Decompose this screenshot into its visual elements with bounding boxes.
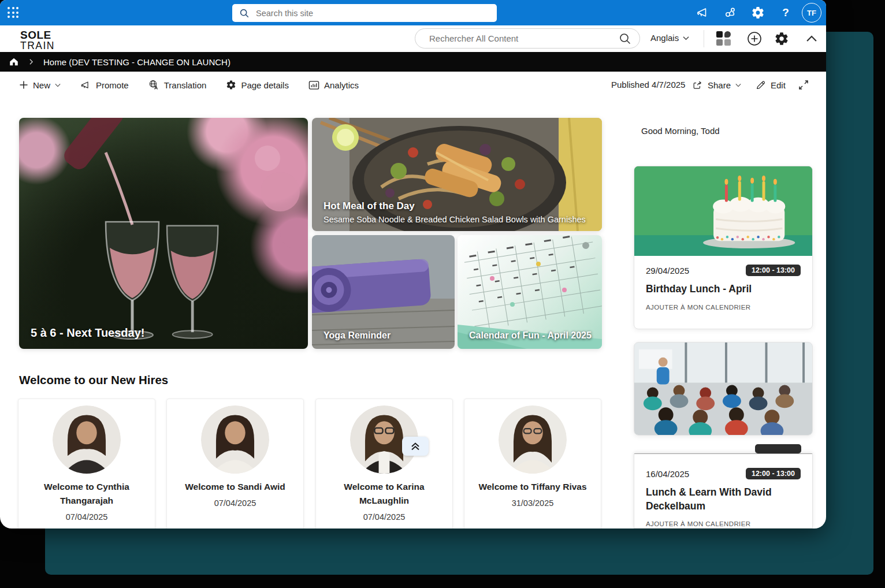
new-hire-name: Welcome to Tiffany Rivas	[464, 480, 601, 494]
new-hire-name: Welcome to Sandi Awid	[167, 480, 303, 494]
translation-label: Translation	[164, 80, 207, 90]
published-status: Published 4/7/2025	[611, 80, 685, 90]
translate-icon	[148, 80, 159, 91]
event-image	[634, 166, 812, 256]
add-to-calendar-link[interactable]: AJOUTER À MON CALENDRIER	[646, 520, 801, 527]
user-avatar[interactable]: TF	[802, 3, 821, 23]
chevron-down-icon	[683, 36, 689, 40]
settings-icon[interactable]	[751, 6, 765, 20]
chevron-up-icon[interactable]	[806, 35, 817, 43]
hero-tile-yoga[interactable]: Yoga Reminder	[312, 235, 455, 349]
wine-pour-photo	[19, 118, 308, 349]
event-card-lunch-learn[interactable]: 16/04/2025 12:00 - 13:00 Lunch & Learn W…	[634, 453, 813, 529]
hidden-event-time-badge	[755, 444, 801, 453]
megaphone-icon[interactable]	[696, 6, 710, 20]
new-hire-name: Welcome to Karina McLaughlin	[316, 480, 452, 508]
gear-icon	[226, 80, 236, 90]
event-title[interactable]: Birthday Lunch - April	[646, 282, 801, 296]
site-search-box[interactable]	[232, 4, 497, 22]
page-details-button[interactable]: Page details	[226, 80, 289, 90]
avatar	[201, 405, 269, 474]
language-label: Anglais	[650, 33, 679, 43]
new-hire-date: 07/04/2025	[167, 498, 303, 508]
translation-button[interactable]: Translation	[148, 80, 207, 91]
hero-tile-subtitle: Sesame Soba Noodle & Breaded Chicken Sal…	[323, 215, 586, 224]
language-selector[interactable]: Anglais	[650, 33, 689, 43]
collapse-button[interactable]	[402, 437, 429, 456]
event-time-badge: 12:00 - 13:00	[746, 265, 801, 276]
content-search-box[interactable]	[415, 28, 640, 49]
share-label: Share	[708, 80, 731, 90]
site-logo[interactable]: SOLE TRAIN	[20, 29, 55, 51]
hero-tile-title: Yoga Reminder	[323, 330, 391, 341]
new-hires-heading: Welcome to our New Hires	[19, 373, 168, 387]
page-details-label: Page details	[241, 80, 289, 90]
event-image-lunch-learn[interactable]	[634, 342, 813, 436]
suite-bar: ? TF	[0, 0, 826, 25]
site-header: SOLE TRAIN Anglais	[0, 25, 826, 52]
birthday-cake-photo	[634, 166, 812, 256]
search-input[interactable]	[255, 8, 490, 18]
event-time-badge: 12:00 - 13:00	[746, 468, 801, 479]
fullscreen-expand-icon[interactable]	[798, 79, 809, 91]
avatar	[53, 405, 121, 474]
new-hire-card[interactable]: Welcome to Cynthia Thangarajah 07/04/202…	[18, 399, 155, 529]
hero-tile-title: 5 à 6 - Next Tuesday!	[31, 326, 144, 340]
hero-tile-next-tuesday[interactable]: 5 à 6 - Next Tuesday!	[19, 118, 308, 349]
hero-tile-title: Hot Meal of the Day	[323, 200, 586, 212]
gear-icon[interactable]	[774, 31, 789, 46]
share-icon	[692, 80, 703, 91]
new-hire-date: 07/04/2025	[18, 512, 155, 522]
greeting-text: Good Morning, Todd	[641, 126, 720, 136]
logo-line1: SOLE	[20, 29, 55, 40]
plus-icon	[19, 80, 28, 90]
event-card-birthday[interactable]: 29/04/2025 12:00 - 13:00 Birthday Lunch …	[634, 166, 813, 329]
breadcrumb-chevron-icon	[28, 59, 34, 65]
new-hire-card[interactable]: Welcome to Tiffany Rivas 31/03/2025	[464, 399, 601, 529]
promote-label: Promote	[96, 80, 129, 90]
event-date: 16/04/2025	[646, 469, 689, 479]
breadcrumb: Home (DEV TESTING - CHANGE ON LAUNCH)	[0, 52, 826, 72]
avatar	[499, 405, 567, 474]
app-launcher-icon[interactable]	[8, 7, 19, 18]
hero-tile-hot-meal[interactable]: Hot Meal of the Day Sesame Soba Noodle &…	[312, 118, 602, 231]
search-icon	[239, 8, 250, 18]
app-window: ? TF SOLE TRAIN Anglais	[0, 0, 826, 529]
app-tiles-icon[interactable]	[716, 31, 731, 46]
new-hire-date: 07/04/2025	[316, 512, 452, 522]
promote-button[interactable]: Promote	[80, 80, 129, 91]
chevron-down-icon	[735, 83, 741, 87]
home-icon[interactable]	[9, 57, 19, 67]
new-label: New	[33, 80, 50, 90]
megaphone-icon	[80, 80, 91, 91]
hero-tile-calendar[interactable]: Calendar of Fun - April 2025	[458, 235, 602, 349]
hero-tile-title: Calendar of Fun - April 2025	[469, 330, 592, 341]
desktop: ? TF SOLE TRAIN Anglais	[0, 0, 885, 588]
share-button[interactable]: Share	[692, 72, 741, 98]
help-icon[interactable]: ?	[779, 6, 793, 20]
new-button[interactable]: New	[19, 80, 61, 90]
edit-label: Edit	[771, 80, 786, 90]
search-icon	[619, 32, 631, 45]
double-chevron-up-icon	[410, 442, 421, 451]
breadcrumb-current-page[interactable]: Home (DEV TESTING - CHANGE ON LAUNCH)	[43, 57, 230, 67]
new-hire-date: 31/03/2025	[464, 498, 601, 508]
event-title[interactable]: Lunch & Learn With David Deckelbaum	[646, 486, 801, 513]
content-search-input[interactable]	[428, 33, 619, 44]
header-divider	[704, 30, 704, 47]
event-date: 29/04/2025	[646, 266, 689, 276]
people-share-icon[interactable]	[723, 6, 737, 20]
edit-button[interactable]: Edit	[756, 72, 786, 98]
new-hire-card[interactable]: Welcome to Karina McLaughlin 07/04/2025	[315, 399, 453, 529]
new-hire-card[interactable]: Welcome to Sandi Awid 07/04/2025	[166, 399, 304, 529]
add-icon[interactable]	[747, 31, 762, 46]
classroom-photo	[634, 343, 812, 436]
logo-line2: TRAIN	[20, 41, 55, 51]
analytics-label: Analytics	[324, 80, 359, 90]
add-to-calendar-link[interactable]: AJOUTER À MON CALENDRIER	[646, 304, 801, 311]
command-bar: New Promote Translation Page detail	[0, 72, 826, 98]
analytics-button[interactable]: Analytics	[308, 80, 359, 91]
chevron-down-icon	[55, 83, 61, 87]
bar-chart-icon	[308, 80, 319, 91]
new-hire-name: Welcome to Cynthia Thangarajah	[18, 480, 155, 508]
